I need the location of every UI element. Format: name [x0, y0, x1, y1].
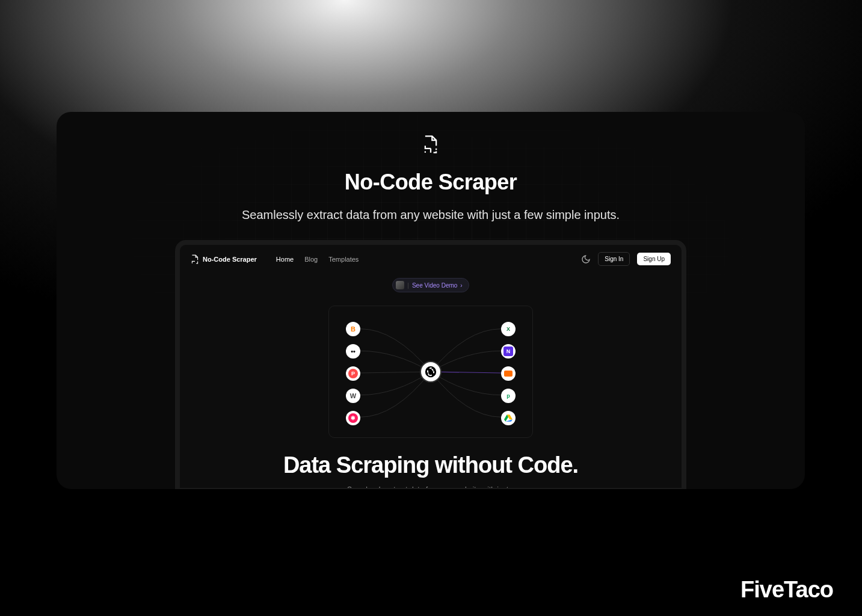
source-producthunt-icon: P: [346, 366, 360, 381]
dest-slides-icon: [501, 366, 516, 381]
video-demo-pill[interactable]: | See Video Demo ›: [392, 278, 469, 292]
openai-icon: [424, 365, 437, 378]
signup-button[interactable]: Sign Up: [637, 253, 671, 265]
dest-notion-icon: N: [501, 344, 516, 359]
integration-diagram: B •• P W ✱ X N p: [328, 306, 533, 438]
source-wordpress-icon: W: [346, 389, 360, 403]
dest-sheets-icon: p: [501, 389, 516, 403]
nav-blog[interactable]: Blog: [304, 256, 318, 263]
embedded-screenshot: No-Code Scraper Home Blog Templates Sign…: [175, 240, 686, 489]
dest-drive-icon: [501, 411, 516, 425]
page-subtitle: Seamlessly extract data from any website…: [242, 208, 620, 222]
chevron-right-icon: ›: [460, 282, 462, 289]
hero-sub-line1: Seamlessly extract data from any website…: [347, 485, 514, 489]
drive-icon: [504, 414, 513, 422]
inner-navbar: No-Code Scraper Home Blog Templates Sign…: [180, 245, 682, 273]
nav-templates[interactable]: Templates: [328, 256, 359, 263]
inner-brand-label: No-Code Scraper: [203, 256, 257, 263]
pill-separator: |: [407, 282, 409, 289]
pill-label: See Video Demo: [412, 282, 457, 289]
document-scan-icon: [422, 135, 439, 154]
showcase-card: No-Code Scraper Seamlessly extract data …: [57, 112, 805, 489]
inner-brand[interactable]: No-Code Scraper: [191, 254, 257, 264]
theme-toggle-icon[interactable]: [581, 254, 591, 264]
page-title: No-Code Scraper: [345, 170, 517, 195]
hero-subtitle: Seamlessly extract data from any website…: [180, 484, 682, 489]
nav-home[interactable]: Home: [276, 256, 294, 263]
brand-watermark: FiveTaco: [740, 577, 833, 603]
inner-nav-links: Home Blog Templates: [276, 256, 359, 263]
hero-headline: Data Scraping without Code.: [180, 452, 682, 478]
card-content: No-Code Scraper Seamlessly extract data …: [57, 112, 805, 489]
source-medium-icon: ••: [346, 344, 360, 359]
pill-avatar-icon: [396, 281, 404, 289]
inner-nav-right: Sign In Sign Up: [581, 252, 671, 266]
dest-excel-icon: X: [501, 322, 516, 336]
signin-button[interactable]: Sign In: [598, 252, 630, 266]
source-blogger-icon: B: [346, 322, 360, 336]
source-yelp-icon: ✱: [346, 411, 360, 425]
center-node-openai: [420, 361, 442, 383]
document-scan-icon: [191, 254, 199, 264]
